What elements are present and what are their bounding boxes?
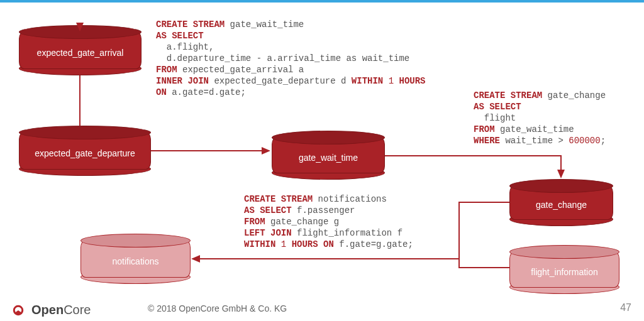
logo-text: OpenCore bbox=[31, 303, 91, 317]
label-expected-gate-departure: expected_gate_departure bbox=[19, 148, 151, 158]
logo-icon bbox=[11, 303, 25, 317]
cylinder-gate-change: gate_change bbox=[509, 179, 613, 226]
label-notifications: notifications bbox=[80, 256, 191, 266]
copyright: © 2018 OpenCore GmbH & Co. KG bbox=[148, 303, 287, 313]
sql-notifications: CREATE STREAM notifications AS SELECT f.… bbox=[244, 193, 413, 250]
label-gate-wait-time: gate_wait_time bbox=[272, 153, 385, 163]
cylinder-expected-gate-arrival: expected_gate_arrival bbox=[19, 25, 142, 75]
cylinder-gate-wait-time: gate_wait_time bbox=[272, 131, 385, 180]
cylinder-expected-gate-departure: expected_gate_departure bbox=[19, 126, 151, 176]
sql-gate-wait-time: CREATE STREAM gate_wait_time AS SELECT a… bbox=[156, 19, 426, 98]
sql-gate-change: CREATE STREAM gate_change AS SELECT flig… bbox=[474, 90, 606, 146]
label-flight-information: flight_information bbox=[509, 267, 619, 277]
cylinder-flight-information: flight_information bbox=[509, 245, 619, 294]
cylinder-notifications: notifications bbox=[80, 234, 191, 284]
page-number: 47 bbox=[620, 302, 631, 313]
label-gate-change: gate_change bbox=[509, 200, 613, 210]
footer: OpenCore bbox=[11, 303, 91, 317]
label-expected-gate-arrival: expected_gate_arrival bbox=[19, 48, 142, 58]
